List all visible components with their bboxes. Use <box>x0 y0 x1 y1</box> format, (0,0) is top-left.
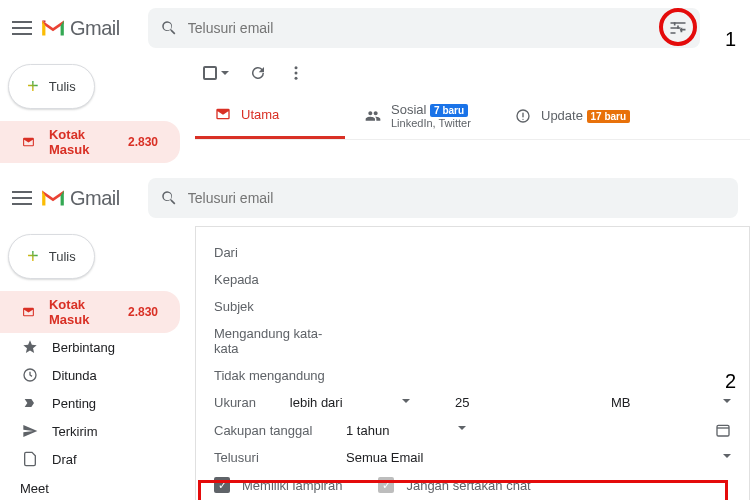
svg-point-2 <box>295 77 298 80</box>
svg-point-0 <box>295 66 298 69</box>
search-input[interactable] <box>188 190 726 206</box>
daterange-select[interactable]: 1 tahun <box>346 423 446 438</box>
refresh-icon[interactable] <box>249 64 267 82</box>
svg-rect-4 <box>522 112 523 117</box>
annotation-circle <box>659 8 697 46</box>
searchin-select[interactable]: Semua Email <box>346 450 446 465</box>
search-bar[interactable] <box>148 8 700 48</box>
meet-header: Meet <box>0 473 180 500</box>
step-label-1: 1 <box>725 28 736 51</box>
size-operator-select[interactable]: lebih dari <box>290 395 390 410</box>
select-all-checkbox[interactable] <box>203 66 229 80</box>
from-label: Dari <box>214 245 334 260</box>
exclude-chat-checkbox[interactable]: ✓ <box>378 477 394 493</box>
to-label: Kepada <box>214 272 334 287</box>
menu-icon[interactable] <box>12 191 32 205</box>
search-bar[interactable] <box>148 178 738 218</box>
search-icon <box>160 189 178 207</box>
nothas-label: Tidak mengandung <box>214 368 334 383</box>
menu-icon[interactable] <box>12 21 32 35</box>
has-attachment-checkbox[interactable]: ✓ <box>214 477 230 493</box>
sidebar-item-sent[interactable]: Terkirim <box>0 417 180 445</box>
toolbar <box>195 60 750 86</box>
sidebar-item-important[interactable]: Penting <box>0 389 180 417</box>
tab-social[interactable]: Sosial 7 baruLinkedIn, Twitter <box>345 92 495 139</box>
gmail-logo: Gmail <box>40 187 120 210</box>
sidebar-item-starred[interactable]: Berbintang <box>0 333 180 361</box>
sidebar-item-drafts[interactable]: Draf <box>0 445 180 473</box>
svg-point-1 <box>295 72 298 75</box>
gmail-logo: Gmail <box>40 17 120 40</box>
step-label-2: 2 <box>725 370 736 393</box>
sidebar-item-inbox[interactable]: Kotak Masuk2.830 <box>0 291 180 333</box>
sidebar-item-inbox[interactable]: Kotak Masuk2.830 <box>0 121 180 163</box>
search-icon <box>160 19 178 37</box>
size-unit-select[interactable]: MB <box>611 395 711 410</box>
size-value-input[interactable]: 25 <box>455 395 555 410</box>
advanced-search-form: Dari Kepada Subjek Mengandung kata-kata … <box>195 226 750 500</box>
sidebar-item-snoozed[interactable]: Ditunda <box>0 361 180 389</box>
subject-label: Subjek <box>214 299 334 314</box>
tab-primary[interactable]: Utama <box>195 92 345 139</box>
size-label: Ukuran <box>214 395 278 410</box>
daterange-label: Cakupan tanggal <box>214 423 334 438</box>
has-attachment-label: Memiliki lampiran <box>242 478 342 493</box>
compose-button[interactable]: + Tulis <box>8 64 95 109</box>
searchin-label: Telusuri <box>214 450 334 465</box>
haswords-label: Mengandung kata-kata <box>214 326 334 356</box>
svg-rect-8 <box>717 425 729 436</box>
search-input[interactable] <box>188 20 658 36</box>
more-icon[interactable] <box>287 64 305 82</box>
exclude-chat-label: Jangan sertakan chat <box>406 478 530 493</box>
compose-button[interactable]: +Tulis <box>8 234 95 279</box>
svg-point-5 <box>522 118 523 119</box>
calendar-icon[interactable] <box>715 422 731 438</box>
tab-updates[interactable]: Update 17 baru <box>495 92 650 139</box>
plus-icon: + <box>27 75 39 98</box>
